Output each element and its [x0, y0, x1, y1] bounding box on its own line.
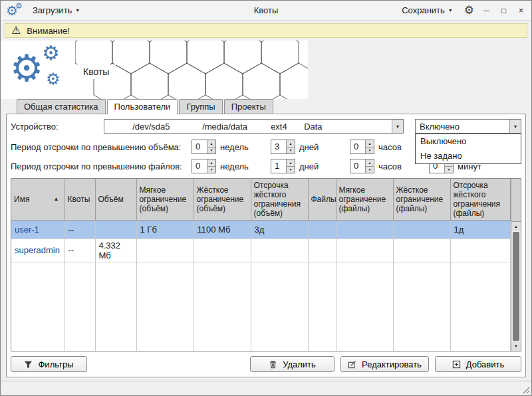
spin-up-icon[interactable]: ▲ [287, 159, 295, 167]
warning-text: Внимание! [27, 26, 70, 36]
dropdown-arrow-icon[interactable]: ▼ [509, 120, 521, 133]
days-unit-label: дней [299, 142, 350, 152]
table-cell [308, 220, 336, 239]
device-mountpoint: /media/data [202, 122, 271, 132]
add-plus-icon [452, 360, 461, 369]
spin-down-icon[interactable]: ▼ [366, 148, 374, 154]
grace-volume-weeks-spinner[interactable]: 0 ▲▼ [192, 140, 216, 154]
dropdown-option-notset[interactable]: Не задано [416, 149, 521, 163]
spin-up-icon[interactable]: ▲ [207, 140, 215, 148]
table-cell: superadmin [11, 239, 65, 262]
users-panel: Устройство: /dev/sda5/media/dataext4Data… [6, 114, 526, 377]
maximize-button[interactable]: □ [499, 6, 509, 15]
column-header-hard-files[interactable]: Жёсткое ограничение (файлы) [393, 179, 450, 220]
column-header-files[interactable]: Файлы [308, 179, 336, 220]
scroll-up-icon[interactable]: ▲ [511, 222, 521, 231]
table-cell [450, 239, 511, 262]
weeks-unit-label: недель [220, 161, 271, 171]
save-menu-label: Сохранить [402, 5, 445, 15]
sort-ascending-icon: ▲ [54, 195, 62, 204]
grace-files-label: Период отсрочки по превышению файлов: [11, 161, 192, 171]
weeks-unit-label: недель [220, 142, 271, 152]
device-label: Устройство: [11, 122, 104, 132]
table-cell [95, 220, 136, 239]
column-header-name[interactable]: Имя ▲ [11, 179, 65, 220]
load-menu-button[interactable]: Загрузить ▼ [29, 3, 84, 17]
table-empty-area [11, 262, 511, 351]
status-bar [1, 381, 531, 395]
device-fstype: ext4 [271, 122, 304, 132]
quota-state-select[interactable]: Включено ▼ [415, 119, 521, 134]
caret-down-icon: ▼ [75, 8, 80, 13]
tab-projects[interactable]: Проекты [224, 99, 273, 114]
table-cell: -- [65, 239, 95, 262]
spin-up-icon[interactable]: ▲ [366, 159, 374, 167]
column-header-quotas[interactable]: Квоты [65, 179, 95, 220]
table-cell [393, 220, 450, 239]
tab-general-statistics[interactable]: Общая статистика [17, 99, 106, 114]
delete-button[interactable]: Удалить [250, 356, 334, 372]
dropdown-arrow-icon[interactable]: ▼ [392, 120, 403, 133]
column-header-grace-volume[interactable]: Отсрочка жёсткого ограничения (объём) [251, 179, 308, 220]
save-menu-button[interactable]: Сохранить ▼ [398, 3, 457, 17]
filters-button[interactable]: Фильтры [11, 356, 87, 372]
device-path: /dev/sda5 [132, 122, 202, 132]
column-header-grace-files[interactable]: Отсрочка жёсткого ограничения (файлы) [450, 179, 511, 220]
table-cell [308, 239, 336, 262]
table-cell [336, 220, 393, 239]
column-header-soft-files[interactable]: Мягкое ограничение (файлы) [336, 179, 393, 220]
spin-up-icon[interactable]: ▲ [366, 140, 374, 148]
spin-up-icon[interactable]: ▲ [287, 140, 295, 148]
column-header-soft-volume[interactable]: Мягкое ограничение (объём) [136, 179, 194, 220]
load-menu-label: Загрузить [33, 5, 72, 15]
spin-down-icon[interactable]: ▼ [207, 167, 215, 173]
table-cell: -- [65, 220, 95, 239]
column-header-hard-volume[interactable]: Жёсткое ограничение (объём) [194, 179, 251, 220]
spin-down-icon[interactable]: ▼ [207, 148, 215, 154]
table-cell [251, 239, 308, 262]
app-logo-large-icon: ⚙ ⚙ ⚙ [10, 42, 76, 98]
spin-down-icon[interactable]: ▼ [287, 148, 295, 154]
tab-bar: Общая статистика Пользователи Группы Про… [6, 99, 526, 114]
users-table: Имя ▲ Квоты Объём Мягкое ограничение (об… [11, 178, 521, 351]
scroll-down-icon[interactable]: ▼ [511, 342, 521, 351]
spin-down-icon[interactable]: ▼ [287, 167, 295, 173]
header-area: ⚙ ⚙ ⚙ Квоты [1, 41, 531, 99]
settings-gear-icon[interactable]: ⚙ [464, 5, 474, 16]
vertical-scrollbar[interactable]: ▲ ▼ [511, 179, 521, 351]
warning-banner: ⚠ Внимание! [5, 23, 527, 38]
add-button[interactable]: Добавить [435, 356, 521, 372]
titlebar: ⚙ ⚙ Загрузить ▼ Квоты Сохранить ▼ ⚙ ─ □ … [1, 1, 531, 21]
resize-grip[interactable] [523, 387, 530, 394]
grace-volume-hours-spinner[interactable]: 0 ▲▼ [350, 140, 374, 154]
close-button[interactable]: × [516, 6, 526, 15]
spin-up-icon[interactable]: ▲ [207, 159, 215, 167]
device-select[interactable]: /dev/sda5/media/dataext4Data ▼ [104, 119, 404, 134]
spin-down-icon[interactable]: ▼ [366, 167, 374, 173]
quota-state-value: Включено [416, 122, 509, 132]
spin-down-icon[interactable]: ▼ [445, 167, 453, 173]
user-link[interactable]: user-1 [15, 225, 39, 235]
grace-volume-days-spinner[interactable]: 3 ▲▼ [271, 140, 295, 154]
days-unit-label: дней [299, 161, 350, 171]
table-cell: 3д [251, 220, 308, 239]
tab-groups[interactable]: Группы [179, 99, 222, 114]
user-link[interactable]: superadmin [15, 245, 60, 255]
filter-funnel-icon [24, 360, 33, 369]
action-buttons: Фильтры Удалить Редактировать Добавить [11, 355, 521, 373]
scrollbar-thumb[interactable] [513, 232, 519, 341]
caret-down-icon: ▼ [448, 8, 453, 13]
dropdown-option-off[interactable]: Выключено [416, 134, 521, 149]
grace-files-weeks-spinner[interactable]: 0 ▲▼ [192, 159, 216, 173]
edit-button[interactable]: Редактировать [340, 356, 429, 372]
table-row-user-1[interactable]: user-1 -- 1 Гб 1100 Мб 3д 1д [11, 220, 511, 239]
tab-users[interactable]: Пользователи [107, 99, 178, 114]
device-volume-label: Data [304, 122, 322, 132]
table-cell [336, 239, 393, 262]
page-title: Квоты [76, 64, 116, 79]
column-header-volume[interactable]: Объём [95, 179, 136, 220]
table-row-superadmin[interactable]: superadmin -- 4.332 Мб [11, 239, 511, 262]
grace-files-days-spinner[interactable]: 1 ▲▼ [271, 159, 295, 173]
grace-files-hours-spinner[interactable]: 0 ▲▼ [350, 159, 374, 173]
minimize-button[interactable]: ─ [481, 6, 491, 15]
